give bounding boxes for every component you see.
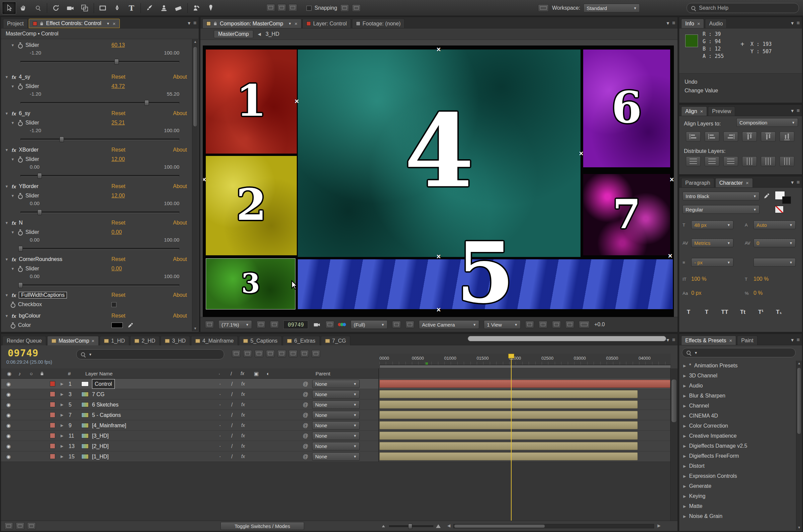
twirl-right-icon[interactable]: ▶ — [61, 441, 63, 451]
magnification-dropdown[interactable]: (77.1%) ▼ — [218, 320, 252, 329]
layer-duration-bar[interactable] — [379, 432, 638, 440]
label-color-chip[interactable] — [50, 381, 55, 386]
effects-switch[interactable]: fx — [241, 410, 245, 420]
fx-badge-icon[interactable]: fx — [12, 74, 16, 80]
pixel-aspect-icon[interactable] — [525, 321, 534, 328]
distribute-vertical-center-button[interactable] — [705, 156, 719, 166]
current-time-field[interactable]: 09749 — [283, 321, 308, 329]
faux-style-button[interactable]: TT — [718, 309, 731, 316]
align-top-button[interactable] — [742, 132, 757, 141]
stopwatch-icon[interactable] — [11, 302, 15, 307]
effects-category-row[interactable]: ▶ * Audio — [679, 381, 796, 391]
scroll-down-icon[interactable]: ▼ — [796, 525, 802, 530]
horizontal-scale-value[interactable]: 100 % — [753, 276, 768, 282]
reset-link[interactable]: Reset — [111, 74, 126, 80]
label-color-chip[interactable] — [50, 443, 55, 449]
faux-style-button[interactable]: T₁ — [772, 309, 786, 316]
effects-switch[interactable]: fx — [241, 420, 245, 431]
parent-pickwhip-icon[interactable]: @ — [303, 410, 308, 420]
effects-switch[interactable]: fx — [241, 451, 245, 462]
layer-duration-bar[interactable] — [379, 442, 638, 450]
align-to-dropdown[interactable]: Composition ▼ — [737, 118, 798, 127]
no-stroke-swatch[interactable] — [775, 206, 784, 213]
layer-duration-bar[interactable] — [379, 452, 638, 460]
slider-thumb[interactable] — [114, 59, 119, 64]
collapse-column-icon[interactable]: · — [218, 368, 220, 379]
solo-column-icon[interactable]: ○ — [30, 368, 33, 379]
clone-stamp-tool-button[interactable] — [157, 2, 171, 14]
distribute-horizontal-center-button[interactable] — [761, 156, 776, 166]
timeline-zoom-slider[interactable] — [389, 525, 433, 527]
close-icon[interactable]: × — [729, 338, 732, 343]
panel-menu-icon[interactable]: ▼ ≡ — [790, 20, 800, 26]
scrollbar-thumb[interactable] — [797, 367, 801, 434]
stroke-color-swatch[interactable] — [782, 196, 791, 204]
effects-switch[interactable]: fx — [241, 431, 245, 441]
effects-category-row[interactable]: ▶ * Creative Impatience — [679, 431, 796, 441]
scroll-right-icon[interactable]: ▶ — [657, 523, 661, 528]
slider-thumb[interactable] — [37, 209, 42, 215]
tab-info[interactable]: Info × — [681, 19, 704, 28]
fx-badge-icon[interactable]: fx — [12, 256, 16, 262]
selection-handle[interactable]: × — [203, 176, 206, 183]
parent-pickwhip-icon[interactable]: @ — [303, 389, 308, 399]
tab-composition[interactable]: Composition: MasterComp ▼ × — [203, 19, 302, 28]
stopwatch-icon[interactable] — [18, 230, 23, 235]
twirl-down-icon[interactable]: ▼ — [4, 148, 9, 152]
layer-name[interactable]: 5 - Captions — [92, 410, 121, 420]
twirl-down-icon[interactable]: ▼ — [11, 43, 15, 47]
reset-link[interactable]: Reset — [111, 147, 126, 153]
effect-name[interactable]: 4_sy — [19, 74, 30, 80]
selection-handle[interactable]: × — [670, 176, 674, 183]
lock-column-icon[interactable] — [40, 372, 44, 376]
effects-column-icon[interactable]: fx — [241, 368, 244, 379]
parent-dropdown[interactable]: None ▼ — [312, 380, 360, 388]
effects-category-row[interactable]: ▶ * Distort — [679, 461, 796, 471]
effect-name[interactable]: N — [19, 220, 23, 226]
layer-name-column-header[interactable]: Layer Name — [85, 368, 113, 379]
effects-switch[interactable]: fx — [241, 379, 245, 389]
color-swatch[interactable] — [111, 323, 123, 328]
zoom-tool-button[interactable] — [31, 2, 45, 14]
slider-track[interactable] — [20, 102, 179, 104]
faux-style-button[interactable]: T — [700, 309, 713, 316]
layer-row[interactable]: ◉ ▶ 7 5 - Captions · / fx @ None ▼ — [1, 410, 670, 420]
quality-switch[interactable]: / — [231, 379, 232, 389]
twirl-right-icon[interactable]: ▶ — [61, 379, 63, 389]
snap-option-1-icon[interactable] — [340, 4, 349, 12]
effects-category-row[interactable]: ▶ * CINEMA 4D — [679, 411, 796, 421]
slider-thumb[interactable] — [37, 173, 42, 179]
distribute-top-button[interactable] — [686, 156, 701, 166]
close-icon[interactable]: × — [113, 21, 116, 26]
timeline-tab[interactable]: 5_Captions × — [239, 336, 282, 345]
effects-switch[interactable]: fx — [241, 441, 245, 451]
panel-menu-icon[interactable]: ▼ ≡ — [666, 337, 675, 343]
slider-track[interactable] — [20, 175, 179, 177]
eraser-tool-button[interactable] — [171, 2, 185, 14]
effects-switch[interactable]: fx — [241, 399, 245, 410]
slider-track[interactable] — [20, 211, 179, 213]
axis-mode-local-icon[interactable] — [266, 4, 275, 12]
fx-badge-icon[interactable]: fx — [12, 292, 16, 298]
tsume-value[interactable]: 0 % — [753, 290, 763, 296]
slider-value[interactable]: 0.00 — [111, 229, 122, 235]
stopwatch-icon[interactable] — [18, 193, 23, 198]
slider-track[interactable] — [20, 61, 179, 62]
font-family-dropdown[interactable]: Intro Black ▼ — [683, 192, 760, 201]
graph-editor-icon[interactable] — [311, 350, 320, 357]
parent-dropdown[interactable]: None ▼ — [312, 452, 360, 461]
collapse-switch[interactable]: · — [219, 389, 221, 399]
panel-menu-icon[interactable]: ▼ ≡ — [187, 20, 196, 26]
vertical-scrollbar[interactable]: ▲ ▼ — [796, 361, 802, 530]
composition-navigator-bar[interactable] — [468, 336, 666, 341]
layer-row[interactable]: ◉ ▶ 1 Control · / fx @ None ▼ — [1, 379, 670, 389]
layer-duration-bar[interactable] — [379, 411, 638, 419]
distribute-bottom-button[interactable] — [723, 156, 738, 166]
collapse-switch[interactable]: · — [219, 420, 221, 431]
slider-track[interactable] — [20, 284, 179, 286]
layer-block-1[interactable]: 1 — [206, 50, 297, 154]
rulers-icon[interactable] — [270, 321, 279, 328]
slider-track[interactable] — [20, 138, 179, 140]
snapping-checkbox[interactable] — [306, 6, 311, 11]
parent-pickwhip-icon[interactable]: @ — [303, 399, 308, 410]
